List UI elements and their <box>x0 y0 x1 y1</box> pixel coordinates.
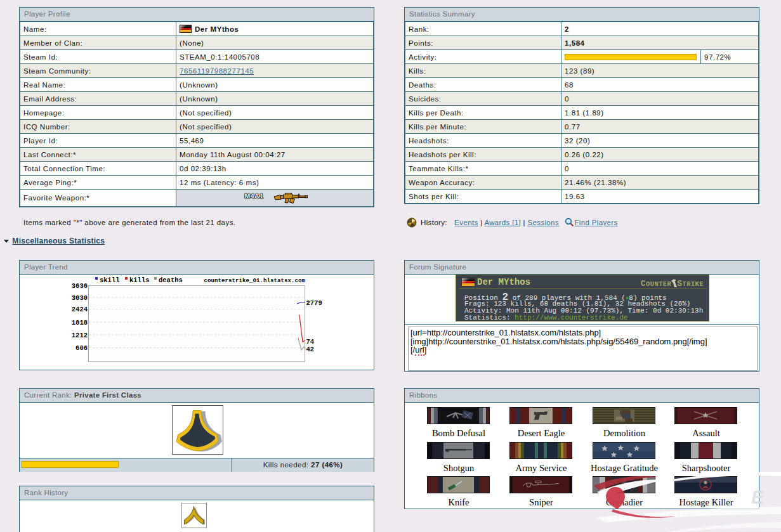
svg-text:2424: 2424 <box>72 306 88 313</box>
svg-text:606: 606 <box>75 344 88 352</box>
svg-text:74: 74 <box>306 338 315 346</box>
svg-text:42: 42 <box>306 346 315 353</box>
svg-text:2779: 2779 <box>306 299 322 307</box>
svg-text:3636: 3636 <box>72 282 88 290</box>
svg-text:skill: skill <box>100 276 120 284</box>
svg-text:deaths: deaths <box>159 276 183 284</box>
svg-text:3030: 3030 <box>72 294 88 302</box>
svg-text:1212: 1212 <box>72 332 88 339</box>
svg-text:kills: kills <box>129 276 150 284</box>
svg-text:counterstrike_01.hlstatsx.com: counterstrike_01.hlstatsx.com <box>204 278 305 284</box>
svg-text:1818: 1818 <box>72 319 88 327</box>
